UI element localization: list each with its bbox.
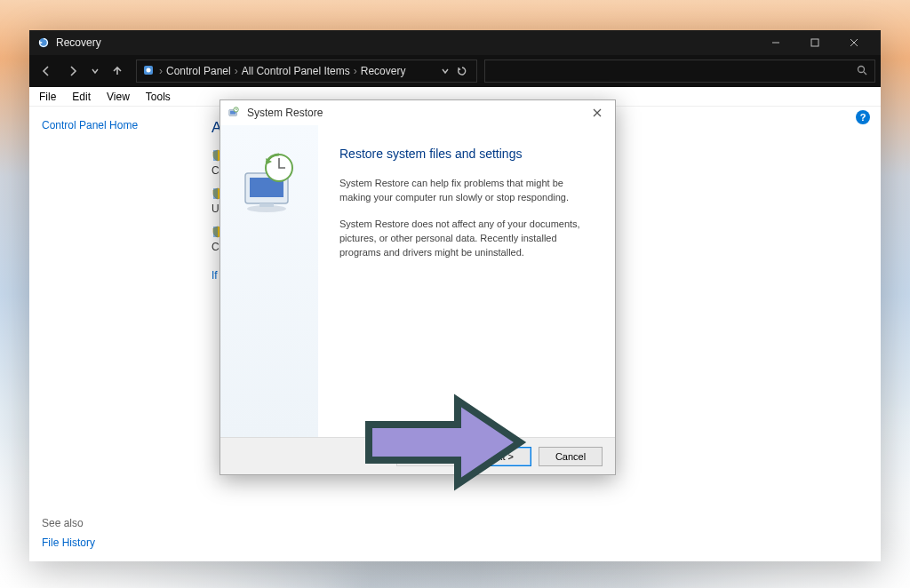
- dialog-body: Restore system files and settings System…: [220, 125, 615, 437]
- search-input[interactable]: [484, 60, 875, 83]
- svg-point-7: [858, 66, 865, 72]
- back-button[interactable]: [35, 60, 58, 83]
- breadcrumb-seg-2[interactable]: All Control Panel Items: [242, 65, 350, 77]
- minimize-button[interactable]: [756, 30, 795, 55]
- refresh-button[interactable]: [453, 60, 471, 83]
- svg-line-8: [864, 72, 866, 75]
- system-restore-dialog: System Restore Restore system files and …: [220, 99, 616, 475]
- up-button[interactable]: [106, 60, 129, 83]
- next-wizard-button[interactable]: Next >: [467, 447, 531, 466]
- window-title: Recovery: [56, 36, 101, 49]
- recent-locations-button[interactable]: [88, 60, 102, 83]
- dialog-close-button[interactable]: [587, 102, 608, 123]
- svg-point-6: [147, 68, 151, 72]
- svg-rect-11: [213, 226, 218, 237]
- dialog-title: System Restore: [247, 107, 323, 119]
- chevron-right-icon: ›: [159, 65, 163, 77]
- cancel-wizard-button[interactable]: Cancel: [539, 447, 603, 466]
- svg-rect-20: [259, 203, 274, 207]
- dialog-paragraph-1: System Restore can help fix problems tha…: [339, 177, 594, 205]
- breadcrumb-seg-1[interactable]: Control Panel: [166, 65, 231, 77]
- forward-button[interactable]: [61, 60, 84, 83]
- see-also: See also File History: [42, 517, 95, 549]
- left-pane: Control Panel Home See also File History: [29, 107, 194, 561]
- see-also-header: See also: [42, 517, 95, 529]
- breadcrumb[interactable]: › Control Panel › All Control Panel Item…: [136, 60, 477, 83]
- menu-file[interactable]: File: [33, 89, 62, 105]
- history-dropdown-button[interactable]: [437, 60, 453, 83]
- system-restore-icon: [228, 106, 242, 120]
- back-wizard-button: < Back: [396, 447, 460, 466]
- svg-rect-10: [213, 188, 218, 199]
- close-button[interactable]: [834, 30, 874, 55]
- menu-view[interactable]: View: [100, 89, 136, 105]
- dialog-paragraph-2: System Restore does not affect any of yo…: [339, 218, 594, 260]
- svg-rect-2: [811, 39, 818, 46]
- dialog-sidebar: [220, 125, 318, 437]
- search-icon: [857, 65, 867, 78]
- control-panel-icon: [142, 64, 155, 79]
- control-panel-home-link[interactable]: Control Panel Home: [42, 119, 181, 131]
- file-history-link[interactable]: File History: [42, 536, 95, 549]
- breadcrumb-seg-3[interactable]: Recovery: [361, 65, 406, 77]
- navbar: › Control Panel › All Control Panel Item…: [29, 55, 881, 87]
- chevron-right-icon: ›: [235, 65, 238, 77]
- titlebar[interactable]: Recovery: [29, 30, 881, 55]
- menu-edit[interactable]: Edit: [66, 89, 97, 105]
- svg-rect-9: [213, 150, 218, 161]
- dialog-titlebar[interactable]: System Restore: [220, 100, 615, 125]
- maximize-button[interactable]: [795, 30, 834, 55]
- recovery-icon: [36, 36, 51, 50]
- dialog-main: Restore system files and settings System…: [318, 125, 615, 437]
- dialog-footer: < Back Next > Cancel: [220, 437, 615, 474]
- system-restore-large-icon: [235, 147, 304, 216]
- dialog-heading: Restore system files and settings: [339, 147, 594, 161]
- menu-tools[interactable]: Tools: [140, 89, 177, 105]
- chevron-right-icon: ›: [354, 65, 357, 77]
